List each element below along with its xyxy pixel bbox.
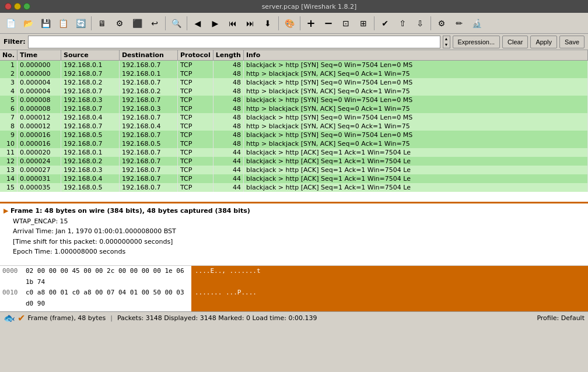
expert-info-button[interactable]: 🔬 — [468, 15, 485, 31]
detail-line: Arrival Time: Jan 1, 1970 01:00:01.00000… — [4, 226, 584, 237]
packet-length: 48 — [213, 78, 243, 87]
settings-button[interactable]: ⚙ — [433, 15, 450, 31]
packet-source: 192.168.0.7 — [61, 69, 119, 78]
restart-capture-button[interactable]: ↩ — [146, 15, 163, 31]
decode-as-button[interactable]: ✏ — [451, 15, 467, 31]
table-row[interactable]: 2 0.000000 192.168.0.7 192.168.0.1 TCP 4… — [0, 69, 588, 78]
hex-offset: 0020 — [0, 310, 22, 311]
filter-label: Filter: — [4, 38, 26, 45]
table-row[interactable]: 8 0.000012 192.168.0.7 192.168.0.4 TCP 4… — [0, 122, 588, 131]
maximize-button[interactable] — [23, 3, 30, 10]
packet-dest: 192.168.0.7 — [119, 148, 177, 157]
detail-line: WTAP_ENCAP: 15 — [4, 216, 584, 227]
minimize-button[interactable] — [14, 3, 21, 10]
filter-input[interactable] — [28, 36, 440, 48]
detail-header: Frame 1: 48 bytes on wire (384 bits), 48… — [10, 207, 250, 215]
colorize-button[interactable]: 🎨 — [281, 15, 298, 31]
reload-button[interactable]: 🔄 — [72, 15, 89, 31]
go-back-button[interactable]: ◀ — [190, 15, 206, 31]
table-row[interactable]: 3 0.000004 192.168.0.2 192.168.0.7 TCP 4… — [0, 78, 588, 87]
go-first-button[interactable]: ⏮ — [225, 15, 241, 31]
packet-length: 48 — [213, 104, 243, 113]
filter-down-arrow[interactable]: ▼ — [443, 42, 450, 48]
find-previous-button[interactable]: ⇧ — [394, 15, 411, 31]
packet-time: 0.000008 — [17, 104, 61, 113]
packet-time: 0.000024 — [17, 157, 61, 166]
open-button[interactable]: 📂 — [20, 15, 36, 31]
packet-length: 44 — [213, 166, 243, 174]
packet-protocol: TCP — [177, 157, 213, 166]
hex-bytes: c0 a8 00 01 c0 a8 00 07 04 01 00 50 00 0… — [22, 287, 191, 309]
packet-info: http > blackjack [SYN, ACK] Seq=0 Ack=1 … — [243, 104, 587, 113]
col-header-destination[interactable]: Destination — [119, 50, 177, 61]
table-row[interactable]: 6 0.000008 192.168.0.7 192.168.0.3 TCP 4… — [0, 104, 588, 113]
window-title: server.pcap [Wireshark 1.8.2] — [35, 3, 583, 10]
table-row[interactable]: 4 0.000004 192.168.0.7 192.168.0.2 TCP 4… — [0, 87, 588, 96]
table-row[interactable]: 11 0.000020 192.168.0.1 192.168.0.7 TCP … — [0, 148, 588, 157]
packet-source: 192.168.0.4 — [61, 174, 119, 183]
packet-no: 9 — [0, 131, 17, 139]
packet-length: 48 — [213, 139, 243, 148]
go-last-button[interactable]: ⏭ — [242, 15, 258, 31]
clear-button[interactable]: Clear — [502, 36, 528, 48]
packet-info: blackjack > http [ACK] Seq=1 Ack=1 Win=7… — [243, 157, 587, 166]
col-header-protocol[interactable]: Protocol — [177, 50, 213, 61]
toolbar-separator-7 — [430, 16, 431, 30]
apply-button[interactable]: Apply — [530, 36, 557, 48]
filter-arrows[interactable]: ▲ ▼ — [443, 36, 450, 48]
col-header-length[interactable]: Length — [213, 50, 243, 61]
packet-protocol: TCP — [177, 78, 213, 87]
close-button[interactable] — [5, 3, 12, 10]
table-row[interactable]: 7 0.000012 192.168.0.4 192.168.0.7 TCP 4… — [0, 113, 588, 122]
table-row[interactable]: 10 0.000016 192.168.0.7 192.168.0.5 TCP … — [0, 139, 588, 148]
packet-time: 0.000016 — [17, 131, 61, 139]
capture-options-button[interactable]: ⚙ — [111, 15, 128, 31]
packet-source: 192.168.0.7 — [61, 87, 119, 96]
packet-dest: 192.168.0.7 — [119, 166, 177, 174]
save-button[interactable]: 💾 — [37, 15, 54, 31]
zoom-out-button[interactable]: − — [320, 15, 337, 31]
go-to-packet-button[interactable]: ⬇ — [260, 15, 276, 31]
detail-line: [Time shift for this packet: 0.000000000… — [4, 237, 584, 247]
table-row[interactable]: 1 0.000000 192.168.0.1 192.168.0.7 TCP 4… — [0, 61, 588, 70]
expand-icon[interactable]: ▶ — [4, 207, 8, 215]
packet-time: 0.000012 — [17, 113, 61, 122]
detail-header-row[interactable]: ▶ Frame 1: 48 bytes on wire (384 bits), … — [4, 206, 584, 216]
hex-ascii: ....`..P (5...... — [191, 310, 588, 311]
packet-dest: 192.168.0.3 — [119, 104, 177, 113]
toolbar-separator-1 — [91, 16, 92, 30]
packet-dest: 192.168.0.7 — [119, 78, 177, 87]
col-header-time[interactable]: Time — [17, 50, 61, 61]
col-header-source[interactable]: Source — [61, 50, 119, 61]
col-header-no[interactable]: No. — [0, 50, 17, 61]
capture-interfaces-button[interactable]: 🖥 — [94, 15, 110, 31]
packet-length: 48 — [213, 87, 243, 96]
new-capture-button[interactable]: 📄 — [2, 15, 19, 31]
zoom-in-button[interactable]: + — [303, 15, 319, 31]
packet-time: 0.000031 — [17, 174, 61, 183]
filter-up-arrow[interactable]: ▲ — [443, 36, 450, 42]
find-next-button[interactable]: ⇩ — [412, 15, 428, 31]
packet-length: 48 — [213, 69, 243, 78]
packet-info: blackjack > http [ACK] Seq=1 Ack=1 Win=7… — [243, 183, 587, 192]
save-filter-button[interactable]: Save — [559, 36, 584, 48]
table-row[interactable]: 5 0.000008 192.168.0.3 192.168.0.7 TCP 4… — [0, 96, 588, 104]
frame-info: Frame (frame), 48 bytes — [27, 314, 106, 322]
table-row[interactable]: 12 0.000024 192.168.0.2 192.168.0.7 TCP … — [0, 157, 588, 166]
table-row[interactable]: 15 0.000035 192.168.0.5 192.168.0.7 TCP … — [0, 183, 588, 192]
normal-size-button[interactable]: ⊡ — [338, 15, 354, 31]
close-button[interactable]: 📋 — [55, 15, 71, 31]
mark-packet-button[interactable]: ✔ — [377, 15, 393, 31]
find-packet-button[interactable]: 🔍 — [168, 15, 184, 31]
resize-columns-button[interactable]: ⊞ — [355, 15, 372, 31]
expression-button[interactable]: Expression... — [453, 36, 501, 48]
table-row[interactable]: 9 0.000016 192.168.0.5 192.168.0.7 TCP 4… — [0, 131, 588, 139]
stop-capture-button[interactable]: ⬛ — [129, 15, 145, 31]
table-row[interactable]: 13 0.000027 192.168.0.3 192.168.0.7 TCP … — [0, 166, 588, 174]
hex-offset: 0000 — [0, 266, 22, 287]
hex-bytes: 02 00 00 00 45 00 00 2c 00 00 00 00 1e 0… — [22, 266, 191, 287]
toolbar-separator-5 — [300, 16, 300, 30]
col-header-info[interactable]: Info — [243, 50, 587, 61]
table-row[interactable]: 14 0.000031 192.168.0.4 192.168.0.7 TCP … — [0, 174, 588, 183]
go-forward-button[interactable]: ▶ — [207, 15, 223, 31]
